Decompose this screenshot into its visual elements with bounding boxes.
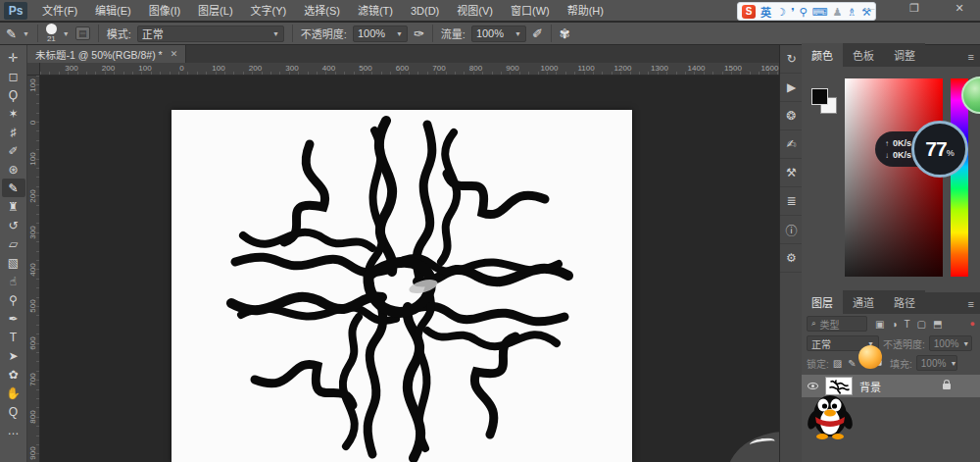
layer-fill-select[interactable]: 100% ▼ [916, 355, 957, 371]
menu-2[interactable]: 图像(I) [140, 0, 189, 22]
layers-panel-menu-icon[interactable]: ≡ [962, 294, 980, 314]
pen-tool[interactable]: ✒ [2, 309, 25, 328]
magic-wand-tool[interactable]: ✶ [2, 104, 25, 123]
menu-1[interactable]: 编辑(E) [86, 0, 140, 22]
menu-8[interactable]: 视图(V) [448, 0, 502, 22]
brush-preset-picker[interactable]: 21 [46, 24, 57, 43]
history-panel-icon[interactable]: ↻ [780, 45, 803, 74]
ime-language-toggle[interactable]: 英 [760, 4, 771, 20]
tool-preset-dropdown-arrow[interactable]: ▼ [23, 30, 29, 37]
zoom-tool[interactable]: Q [2, 402, 25, 421]
layer-opacity-select[interactable]: 100% ▼ [929, 335, 972, 351]
tab-layers[interactable]: 图层 [802, 290, 843, 314]
eyedropper-tool-icon: ✐ [8, 144, 18, 158]
path-select-tool[interactable]: ➤ [2, 346, 25, 365]
lock-pixels-icon[interactable]: ✎ [848, 358, 856, 369]
brush-tool[interactable]: ✎ [2, 179, 25, 197]
filter-pixel-layers-icon[interactable]: ▣ [875, 319, 884, 330]
filter-adjustment-layers-icon[interactable]: ◑ [891, 319, 897, 330]
menu-5[interactable]: 选择(S) [295, 0, 349, 22]
menu-4[interactable]: 文字(Y) [242, 0, 296, 22]
lasso-tool[interactable]: Ϙ [2, 85, 25, 104]
hue-slider[interactable] [951, 78, 968, 277]
toggle-brush-panel-button[interactable]: ▤ [75, 26, 90, 40]
sparkle-icon[interactable]: ❜ [791, 5, 795, 19]
layer-visibility-eye-icon[interactable] [808, 383, 818, 389]
actions-panel-icon[interactable]: ▶ [780, 74, 803, 102]
tab-channels[interactable]: 通道 [843, 290, 884, 314]
airbrush-icon[interactable]: ✐ [532, 26, 543, 41]
filter-toggle-dot[interactable]: ● [970, 319, 975, 329]
history-brush-tool[interactable]: ↺ [2, 216, 25, 234]
brush-preset-dropdown-arrow[interactable]: ▼ [63, 30, 70, 37]
menu-10[interactable]: 帮助(H) [559, 0, 612, 22]
dodge-tool[interactable]: ⚲ [2, 290, 25, 309]
memory-percent-widget[interactable]: 77 % [911, 121, 968, 178]
info-panel-icon[interactable]: ⓘ [780, 216, 803, 244]
close-button[interactable]: ✕ [949, 0, 970, 16]
gradient-tool[interactable]: ▧ [2, 253, 25, 272]
menu-7[interactable]: 3D(D) [402, 0, 448, 22]
opacity-select[interactable]: 100% ▼ [353, 26, 408, 42]
document-tab[interactable]: 未标题-1 @ 50%(RGB/8#) * ✕ [27, 45, 186, 63]
tool-presets-panel-icon[interactable]: ✍ [780, 130, 803, 159]
person-icon[interactable]: ♟ [832, 5, 842, 19]
filter-smart-objects-icon[interactable]: ⬒ [933, 319, 942, 330]
clone-source-panel-icon[interactable]: ≣ [780, 187, 803, 216]
tab-swatches[interactable]: 色板 [843, 43, 884, 67]
flow-select[interactable]: 100% ▼ [471, 26, 526, 42]
sogou-logo-icon[interactable]: S [742, 5, 756, 19]
eraser-tool[interactable]: ▱ [2, 234, 25, 253]
healing-brush-tool[interactable]: ⊛ [2, 160, 25, 179]
microphone-icon[interactable]: ⚲ [799, 5, 807, 19]
filter-shape-layers-icon[interactable]: ▢ [917, 319, 926, 330]
tab-adjustments[interactable]: 调整 [884, 43, 925, 67]
blend-mode-select[interactable]: 正常 ▼ [137, 26, 284, 42]
tab-paths[interactable]: 路径 [884, 290, 925, 314]
foreground-color-swatch[interactable] [811, 88, 828, 105]
qq-penguin-icon[interactable] [808, 390, 853, 441]
filter-type-layers-icon[interactable]: T [905, 319, 910, 330]
more-tools[interactable]: … [2, 421, 25, 439]
moon-icon[interactable]: ☽ [776, 5, 786, 19]
character-panel-icon[interactable]: ⚙ [780, 244, 803, 273]
marquee-tool[interactable]: ◻ [2, 67, 25, 85]
v-ruler-tick: 0 [28, 120, 37, 124]
eyedropper-tool[interactable]: ✐ [2, 141, 25, 160]
minimize-button[interactable]: — [858, 0, 880, 16]
keyboard-icon[interactable]: ⌨ [811, 5, 827, 19]
navigator-panel-icon[interactable]: ❂ [780, 102, 803, 130]
orange-ball-overlay-icon[interactable] [858, 345, 882, 369]
h-ruler-tick: 1300 [651, 64, 668, 73]
menu-6[interactable]: 滤镜(T) [349, 0, 402, 22]
smudge-tool[interactable]: ☝ [2, 272, 25, 290]
color-panel-menu-icon[interactable]: ≡ [962, 47, 980, 67]
lock-transparency-icon[interactable]: ▨ [833, 358, 842, 369]
menu-0[interactable]: 文件(F) [33, 0, 86, 22]
type-tool[interactable]: T [2, 328, 25, 346]
color-saturation-field[interactable] [845, 78, 943, 277]
horizontal-ruler[interactable]: 3002001000100200300400500600700800900100… [40, 63, 779, 76]
flow-value: 100% [476, 27, 504, 39]
canvas[interactable] [172, 110, 632, 462]
ruler-origin-corner[interactable] [27, 63, 40, 76]
vertical-ruler[interactable]: 1000100200300400500600700800900 [27, 76, 40, 462]
layer-filter-icons[interactable]: ▣◑T▢⬒ [875, 319, 943, 330]
menu-9[interactable]: 窗口(W) [502, 0, 559, 22]
brush-presets-panel-icon[interactable]: ⚒ [780, 159, 803, 187]
tab-close-icon[interactable]: ✕ [171, 49, 178, 59]
crop-tool[interactable]: ♯ [2, 123, 25, 141]
restore-button[interactable]: ❐ [904, 0, 925, 16]
shape-tool[interactable]: ✿ [2, 365, 25, 384]
clone-stamp-tool[interactable]: ♜ [2, 197, 25, 216]
tab-color[interactable]: 颜色 [802, 43, 843, 67]
move-tool[interactable]: ✛ [2, 48, 25, 67]
layer-blend-mode-value: 正常 [811, 336, 831, 351]
menu-3[interactable]: 图层(L) [189, 0, 241, 22]
smoothing-icon[interactable]: ✾ [560, 26, 570, 41]
brush-tool-icon[interactable]: ✎ [6, 26, 17, 41]
hand-tool[interactable]: ✋ [2, 384, 25, 402]
h-ruler-tick: 1200 [614, 64, 632, 73]
pressure-opacity-icon[interactable]: ✑ [414, 26, 424, 41]
layer-filter-select[interactable]: ⌕ 类型 [807, 316, 867, 332]
